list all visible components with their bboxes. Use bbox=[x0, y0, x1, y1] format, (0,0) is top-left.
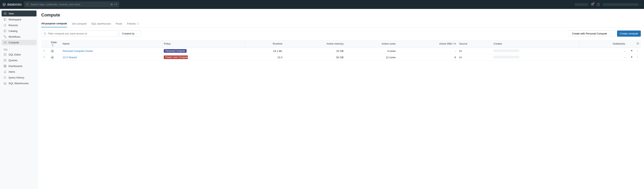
info-icon bbox=[136, 22, 139, 25]
workspace-name-redacted bbox=[574, 3, 588, 6]
svg-point-40 bbox=[638, 56, 638, 56]
col-memory[interactable]: Active memory bbox=[284, 40, 345, 48]
col-dbu[interactable]: Active DBU / h bbox=[397, 40, 458, 48]
chevron-down-icon bbox=[640, 3, 642, 5]
cell-source: UI bbox=[458, 54, 492, 60]
created-by-dropdown[interactable]: Created by bbox=[119, 30, 141, 37]
col-creator[interactable]: Creator bbox=[492, 40, 580, 48]
create-compute-button[interactable]: Create compute bbox=[617, 30, 641, 37]
kebab-menu-icon[interactable] bbox=[636, 49, 639, 52]
col-cores[interactable]: Active cores bbox=[345, 40, 397, 48]
sidebar-item-queries[interactable]: Queries bbox=[2, 58, 36, 63]
folder-icon bbox=[4, 18, 6, 21]
create-personal-group: Create with Personal Compute bbox=[569, 30, 615, 37]
cell-memory: 92 GB bbox=[284, 54, 345, 60]
sidebar-section-sql: SQL bbox=[2, 47, 36, 51]
col-name[interactable]: Name bbox=[61, 40, 162, 48]
book-icon bbox=[4, 29, 6, 32]
workflow-icon bbox=[4, 35, 6, 38]
clock-icon bbox=[4, 24, 6, 27]
cell-memory: 32 GB bbox=[284, 48, 345, 54]
sort-icon: ⇅ bbox=[52, 44, 54, 47]
cloud-icon bbox=[4, 41, 6, 44]
sidebar-item-query-history[interactable]: Query History bbox=[2, 75, 36, 80]
col-source[interactable]: Source bbox=[458, 40, 492, 48]
start-cluster-icon[interactable] bbox=[630, 56, 633, 58]
svg-line-16 bbox=[5, 36, 6, 37]
cell-notebooks: - bbox=[580, 48, 627, 54]
svg-marker-34 bbox=[631, 50, 633, 51]
svg-point-0 bbox=[26, 3, 28, 5]
svg-line-31 bbox=[46, 34, 46, 35]
search-input[interactable] bbox=[30, 3, 109, 6]
new-button[interactable]: New bbox=[2, 10, 36, 16]
user-email-redacted bbox=[603, 3, 638, 6]
sidebar-item-catalog[interactable]: Catalog bbox=[2, 28, 36, 34]
state-stopped-icon bbox=[51, 49, 54, 53]
svg-rect-23 bbox=[5, 65, 6, 66]
whats-new-button[interactable] bbox=[591, 2, 594, 6]
table-row[interactable]: Personal Compute Cluster Personal Comput… bbox=[41, 48, 641, 54]
new-label: New bbox=[9, 12, 14, 15]
svg-point-36 bbox=[638, 50, 638, 51]
sidebar-item-recents[interactable]: Recents bbox=[2, 22, 36, 28]
svg-point-37 bbox=[638, 51, 638, 52]
create-personal-button[interactable]: Create with Personal Compute bbox=[569, 30, 610, 37]
col-policy[interactable]: Policy bbox=[162, 40, 245, 48]
tab-policies[interactable]: Policies bbox=[127, 20, 139, 27]
sidebar-item-sql-warehouses[interactable]: SQL Warehouses bbox=[2, 81, 36, 86]
col-state[interactable]: State⇅ bbox=[49, 40, 61, 48]
svg-rect-10 bbox=[4, 19, 6, 21]
help-icon[interactable] bbox=[597, 3, 600, 6]
pin-off-icon[interactable] bbox=[43, 49, 46, 52]
search-icon bbox=[26, 3, 29, 6]
col-runtime[interactable]: Runtime bbox=[245, 40, 284, 48]
policy-badge: Power User Compute bbox=[164, 55, 188, 59]
editor-icon bbox=[4, 53, 6, 56]
sidebar-item-alerts[interactable]: Alerts bbox=[2, 69, 36, 74]
creator-redacted bbox=[494, 49, 519, 52]
svg-rect-25 bbox=[5, 66, 6, 67]
sidebar-item-label: Workspace bbox=[8, 18, 22, 21]
col-notebooks[interactable]: Notebooks bbox=[580, 40, 627, 48]
filter-input[interactable] bbox=[48, 32, 116, 35]
cluster-name-link[interactable]: 13.3 Shared bbox=[63, 56, 77, 59]
cell-cores: 12 cores bbox=[345, 54, 397, 60]
tab-sql-warehouses[interactable]: SQL warehouses bbox=[91, 20, 111, 27]
col-settings[interactable] bbox=[635, 40, 641, 48]
cell-dbu: - bbox=[397, 48, 458, 54]
table-row[interactable]: 13.3 Shared Power User Compute 13.3 92 G… bbox=[41, 54, 641, 60]
sidebar-item-compute[interactable]: Compute bbox=[2, 40, 36, 45]
create-personal-chevron[interactable] bbox=[610, 30, 616, 37]
cluster-name-link[interactable]: Personal Compute Cluster bbox=[63, 49, 93, 52]
filter-input-wrap[interactable] bbox=[41, 30, 118, 37]
svg-marker-39 bbox=[631, 56, 633, 58]
sidebar-item-label: Dashboards bbox=[8, 65, 22, 68]
warehouse-icon bbox=[4, 82, 6, 85]
brand-logo[interactable]: databricks bbox=[2, 3, 22, 6]
sidebar-item-workspace[interactable]: Workspace bbox=[2, 17, 36, 22]
grid-icon bbox=[4, 65, 6, 68]
chevron-down-icon bbox=[612, 33, 614, 35]
kebab-menu-icon[interactable] bbox=[636, 56, 639, 58]
tab-all-purpose[interactable]: All-purpose compute bbox=[41, 20, 67, 27]
sidebar-item-label: Alerts bbox=[8, 70, 15, 73]
tab-pools[interactable]: Pools bbox=[116, 20, 122, 27]
sidebar-item-dashboards[interactable]: Dashboards bbox=[2, 63, 36, 69]
svg-line-1 bbox=[28, 5, 28, 5]
global-search[interactable]: ⌘ + P bbox=[24, 1, 119, 7]
tab-job-compute[interactable]: Job compute bbox=[72, 20, 86, 27]
sidebar-item-workflows[interactable]: Workflows bbox=[2, 34, 36, 39]
svg-rect-14 bbox=[4, 36, 5, 36]
main-content: Compute All-purpose compute Job compute … bbox=[38, 9, 644, 189]
sidebar-item-label: Queries bbox=[8, 59, 18, 62]
sidebar-item-label: SQL Editor bbox=[8, 53, 21, 56]
svg-point-35 bbox=[638, 50, 638, 50]
policy-badge: Personal Compute bbox=[164, 49, 186, 53]
start-cluster-icon[interactable] bbox=[630, 49, 633, 52]
user-menu[interactable] bbox=[603, 3, 642, 6]
topbar-actions bbox=[574, 2, 642, 6]
pin-off-icon[interactable] bbox=[43, 56, 46, 58]
sidebar-item-sql-editor[interactable]: SQL Editor bbox=[2, 52, 36, 57]
svg-point-41 bbox=[638, 57, 638, 57]
